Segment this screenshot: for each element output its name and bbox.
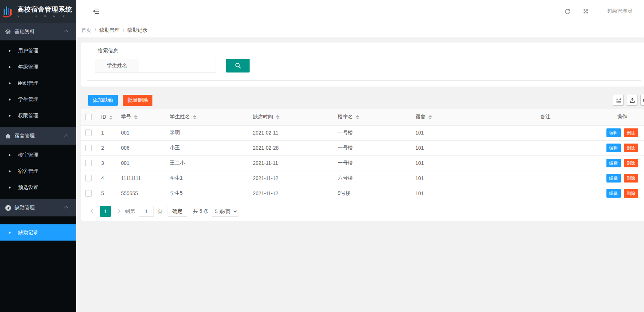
app-subtitle: X I U S H E — [17, 15, 72, 18]
sort-icon[interactable] — [109, 115, 113, 120]
chevron-up-icon — [64, 30, 68, 34]
breadcrumb-absence-mgmt[interactable]: 缺勤管理 — [99, 27, 120, 34]
delete-button[interactable]: 删除 — [624, 144, 638, 152]
table-row: 5 555555 学生5 2021-11-12 9号楼 101 编辑删除 — [81, 186, 644, 201]
col-header-student-no: 学号 — [116, 109, 164, 125]
sidebar-item-org-mgmt[interactable]: 组织管理 — [0, 75, 76, 91]
search-card: 搜索信息 学生姓名 — [81, 43, 644, 87]
sidebar-item-absence-records[interactable]: 缺勤记录 — [0, 224, 76, 241]
sort-icon[interactable] — [134, 115, 138, 119]
search-button[interactable] — [226, 59, 250, 72]
table-row: 4 11111111 学生1 2021-11-12 六号楼 101 编辑删除 — [81, 171, 644, 186]
caret-right-icon — [9, 154, 11, 157]
app-title: 高校宿舍管理系统 — [17, 5, 72, 14]
col-header-id: ID — [96, 109, 116, 125]
sidebar-item-user-mgmt[interactable]: 用户管理 — [0, 43, 76, 59]
caret-right-icon — [9, 231, 11, 234]
collapse-sidebar-icon[interactable] — [93, 9, 99, 15]
select-all-checkbox[interactable] — [85, 114, 92, 120]
student-name-label: 学生姓名 — [95, 59, 139, 72]
table-toolbar: 添加缺勤 批量删除 — [81, 92, 644, 109]
delete-button[interactable]: 删除 — [624, 189, 638, 198]
search-icon — [234, 62, 242, 69]
fullscreen-icon[interactable] — [583, 8, 589, 16]
col-header-student-name: 学生姓名 — [164, 109, 247, 125]
sidebar-item-building-mgmt[interactable]: 楼宇管理 — [0, 147, 76, 163]
sort-icon[interactable] — [356, 115, 359, 119]
sidebar-item-permission-mgmt[interactable]: 权限管理 — [0, 107, 76, 124]
topbar: 超级管理员-- — [76, 0, 644, 23]
refresh-icon[interactable] — [565, 8, 571, 16]
col-header-actions: 操作 — [598, 109, 644, 125]
table-header-row: ID 学号 学生姓名 缺席时间 楼宇名 宿舍 备注 操作 — [81, 109, 644, 125]
table-row: 1 001 李明 2021-02-11 一号楼 101 编辑删除 — [81, 125, 644, 140]
section-label: 基础资料 — [14, 28, 35, 35]
sidebar-item-dorm-mgmt[interactable]: 宿舍管理 — [0, 163, 76, 179]
page-size-select[interactable]: 5 条/页 — [212, 206, 238, 217]
col-header-dorm: 宿舍 — [410, 109, 493, 125]
sort-icon[interactable] — [193, 115, 196, 119]
home-icon — [5, 133, 11, 139]
edit-button[interactable]: 编辑 — [606, 144, 621, 152]
edit-button[interactable]: 编辑 — [606, 159, 621, 167]
delete-button[interactable]: 删除 — [624, 128, 638, 137]
table-card: 添加缺勤 批量删除 — [81, 92, 644, 221]
breadcrumb-home[interactable]: 首页 — [81, 27, 91, 34]
delete-button[interactable]: 删除 — [624, 159, 638, 167]
col-header-building: 楼宇名 — [332, 109, 410, 125]
current-page[interactable]: 1 — [100, 206, 111, 217]
chevron-up-icon — [64, 134, 68, 138]
section-label: 缺勤管理 — [14, 205, 35, 211]
edit-button[interactable]: 编辑 — [606, 189, 621, 198]
sidebar-section-dorm-mgmt[interactable]: 宿舍管理 — [0, 127, 76, 145]
sidebar: 高校宿舍管理系统 X I U S H E 基础资料 用户管理 年级管理 组织管理… — [0, 0, 76, 312]
sidebar-section-absence-mgmt[interactable]: 缺勤管理 — [0, 199, 76, 216]
edit-button[interactable]: 编辑 — [606, 174, 621, 183]
send-icon — [5, 205, 11, 211]
caret-right-icon — [9, 186, 11, 189]
user-menu[interactable]: 超级管理员-- — [607, 8, 636, 14]
total-count: 共 5 条 — [193, 208, 209, 215]
edit-button[interactable]: 编辑 — [606, 128, 621, 137]
breadcrumb: 首页 / 缺勤管理 / 缺勤记录 — [76, 23, 644, 38]
sidebar-item-grade-mgmt[interactable]: 年级管理 — [0, 59, 76, 75]
sidebar-item-student-mgmt[interactable]: 学生管理 — [0, 91, 76, 107]
export-icon[interactable] — [627, 95, 637, 106]
row-checkbox[interactable] — [85, 175, 92, 181]
col-header-remark: 备注 — [493, 109, 598, 125]
logo-icon — [1, 4, 16, 19]
caret-right-icon — [9, 98, 11, 101]
sort-icon[interactable] — [276, 115, 280, 119]
student-name-input[interactable] — [139, 59, 216, 72]
caret-right-icon — [9, 114, 11, 117]
row-checkbox[interactable] — [85, 145, 92, 151]
batch-delete-button[interactable]: 批量删除 — [123, 95, 152, 106]
row-checkbox[interactable] — [85, 129, 92, 136]
row-checkbox[interactable] — [85, 190, 92, 197]
sidebar-section-basic-data[interactable]: 基础资料 — [0, 23, 76, 40]
filter-columns-icon[interactable] — [613, 95, 624, 106]
sidebar-item-preselect-settings[interactable]: 预选设置 — [0, 179, 76, 195]
caret-right-icon — [9, 170, 11, 173]
delete-button[interactable]: 删除 — [624, 174, 638, 183]
add-absence-button[interactable]: 添加缺勤 — [88, 95, 118, 106]
breadcrumb-current: 缺勤记录 — [127, 27, 148, 34]
sort-icon[interactable] — [428, 115, 432, 119]
pagination: 1 到第 页 确定 共 5 条 5 条/页 — [81, 201, 644, 217]
chevron-up-icon — [64, 206, 68, 210]
caret-right-icon — [9, 66, 11, 69]
page-jump-confirm-button[interactable]: 确定 — [168, 206, 187, 217]
next-page-icon[interactable] — [116, 209, 121, 214]
page-jump-input[interactable] — [139, 206, 154, 217]
section-label: 宿舍管理 — [14, 133, 35, 139]
caret-right-icon — [9, 49, 11, 52]
table-row: 2 006 小王 2021-02-28 一号楼 101 编辑删除 — [81, 140, 644, 155]
table-row: 3 001 王二小 2021-11-11 一号楼 101 编辑删除 — [81, 155, 644, 171]
col-header-absence-date: 缺席时间 — [247, 109, 332, 125]
row-checkbox[interactable] — [85, 160, 92, 166]
print-icon[interactable] — [640, 95, 644, 106]
absence-table: ID 学号 学生姓名 缺席时间 楼宇名 宿舍 备注 操作 1 001 — [81, 109, 644, 201]
caret-right-icon — [9, 82, 11, 85]
main-area: 超级管理员-- 首页 / 缺勤管理 / 缺勤记录 搜索信息 学生姓名 — [76, 0, 644, 221]
prev-page-icon[interactable] — [90, 209, 95, 214]
